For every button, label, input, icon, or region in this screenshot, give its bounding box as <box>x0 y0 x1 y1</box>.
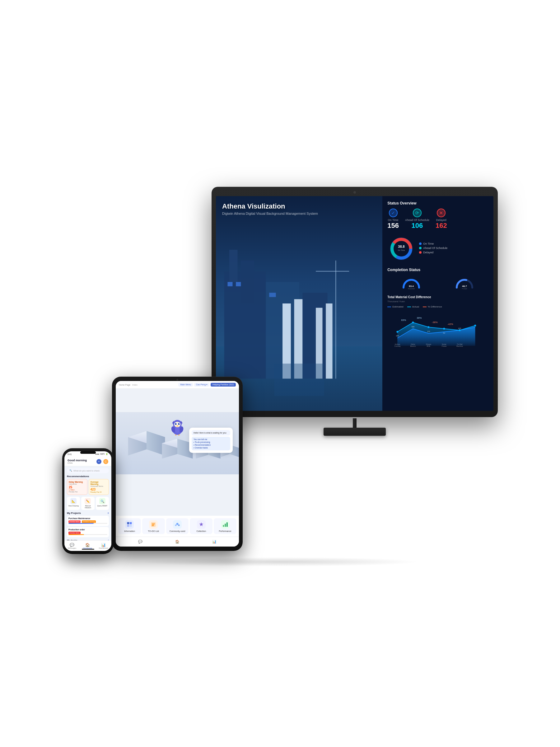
gauges-row: 83.4 Expected 46.7 Current <box>387 275 488 290</box>
phone-device: 9:41 ●●● WiFi 🔋 Good morning Chris <box>62 448 113 554</box>
status-ahead: ⟳ Ahead Of Schedule 106 <box>405 209 429 230</box>
svg-text:Electric: Electric <box>410 345 416 347</box>
grid-item-collection[interactable]: Collection <box>190 518 212 534</box>
action-query-msmt[interactable]: 🔍 Query MSMT <box>96 497 109 510</box>
project-tag-overdue: Overdue items <box>69 520 81 523</box>
user-avatar[interactable]: C <box>103 459 108 464</box>
phone-time: 9:41 <box>68 453 72 455</box>
performance-icon <box>221 520 230 529</box>
progress-bar-2 <box>69 534 107 535</box>
grid-item-commonly-used[interactable]: Commonly used <box>166 518 189 534</box>
svg-text:83.4: 83.4 <box>409 285 414 288</box>
svg-text:38.8: 38.8 <box>398 244 404 248</box>
svg-point-33 <box>428 326 430 328</box>
chat-response-1: You can tell me• To-do processing• Recom… <box>192 437 230 450</box>
action-manual-initiation[interactable]: ✏️ Manual Initiation <box>81 497 94 510</box>
commonly-used-label: Commonly used <box>167 530 188 532</box>
svg-point-91 <box>177 523 179 525</box>
main-menu-tab[interactable]: Main Menu <box>178 383 193 387</box>
svg-point-72 <box>178 423 180 425</box>
cost-area-chart: 63% 39% -36% -42% Junhao <box>387 310 488 347</box>
status-overview-section: Status Overview ✓ On Time 156 ⟳ Ahead Of… <box>387 201 488 230</box>
svg-point-93 <box>178 524 180 526</box>
manual-initiation-icon: ✏️ <box>85 498 91 504</box>
project-name-2: Production order <box>69 529 107 531</box>
svg-point-36 <box>475 325 476 327</box>
messages-nav-label: Messages <box>68 547 76 549</box>
home-page-sub: Index <box>132 384 137 386</box>
gauge-current: 46.7 Current <box>441 275 488 290</box>
delay-warning-card: Delay Warning Industries 25 1,795.5 Pena… <box>67 479 87 495</box>
gauge-expected: 83.4 Expected <box>387 275 435 290</box>
svg-point-73 <box>176 423 177 424</box>
progress-fill-1 <box>69 523 94 524</box>
on-time-label: On Time <box>387 218 399 222</box>
phone-nav-dashboard[interactable]: 📊 Dashboard <box>99 543 108 549</box>
svg-text:340: 340 <box>396 335 399 337</box>
monitor-base <box>324 428 386 436</box>
svg-rect-88 <box>152 523 155 524</box>
svg-text:Expected: Expected <box>408 288 415 289</box>
svg-text:-42%: -42% <box>447 323 453 326</box>
phone-search[interactable]: 🔍 What do you want to check <box>67 468 109 473</box>
monitor-neck <box>353 418 356 428</box>
action-icons-row: 📐 View Drawing ✏️ Manual Initiation 🔍 Qu… <box>64 497 111 510</box>
svg-text:580: 580 <box>411 326 415 328</box>
manual-initiation-label: Manual Initiation <box>82 505 94 509</box>
action-view-drawing[interactable]: 📐 View Drawing <box>67 497 80 510</box>
helping-partition-tab[interactable]: Helping Partition 2021 <box>211 383 236 387</box>
delayed-label: Delayed <box>435 218 447 222</box>
owl-mascot-container <box>169 418 185 437</box>
svg-rect-14 <box>236 282 241 286</box>
svg-text:46.7: 46.7 <box>462 285 467 288</box>
svg-text:On Time: On Time <box>398 249 405 251</box>
tablet-header-tabs: Main Menu Cao Peng ▾ Helping Partition 2… <box>178 383 236 387</box>
phone-add-button[interactable]: + <box>97 459 101 464</box>
svg-rect-3 <box>229 250 238 282</box>
delayed-value: 162 <box>435 222 447 230</box>
legend-difference: % Difference <box>423 305 442 308</box>
cost-chart-title: Total Material Cost Difference <box>387 295 488 299</box>
svg-text:Corning: Corning <box>395 345 400 347</box>
monitor-subtitle: Digiwin Athena Digital Visual Background… <box>222 212 318 215</box>
homepage-nav-icon: 🏠 <box>83 543 92 547</box>
svg-text:Machine: Machine <box>456 345 463 347</box>
svg-rect-15 <box>269 293 276 297</box>
legend-estimated: Estimated <box>387 305 403 308</box>
view-drawing-label: View Drawing <box>68 505 79 507</box>
phone-nav-homepage[interactable]: 🏠 Homepage <box>83 543 92 549</box>
monitor-title: Athena Visulization <box>222 202 318 210</box>
phone-nav-messages[interactable]: 💬 Messages <box>68 543 76 549</box>
cao-peng-tab[interactable]: Cao Peng ▾ <box>194 383 209 387</box>
project-tag-overdue2: Overdue items <box>69 532 81 534</box>
status-overview-title: Status Overview <box>387 201 488 205</box>
svg-text:Current: Current <box>462 288 467 289</box>
tablet-nav-messages[interactable]: 💬 <box>137 539 143 545</box>
monitor-screen: Athena Visulization Digiwin Athena Digit… <box>216 196 494 411</box>
overage-warning-title: Overage Warning <box>90 481 107 485</box>
query-msmt-icon: 🔍 <box>99 498 105 504</box>
tablet-screen: Home Page Index Main Menu Cao Peng ▾ Hel… <box>116 381 239 546</box>
svg-rect-13 <box>228 282 232 286</box>
tablet-nav-home[interactable]: 🏠 <box>175 539 180 545</box>
svg-text:39%: 39% <box>417 316 422 319</box>
grid-item-information[interactable]: Information <box>118 518 141 534</box>
phone-notch <box>80 451 96 454</box>
svg-point-34 <box>443 328 445 330</box>
project-tag-overtime: Overtime warning <box>82 520 96 523</box>
performance-label: Performance <box>215 530 235 532</box>
project-name-1: Purchase Maintenance <box>69 517 107 519</box>
owl-mascot-svg <box>169 418 185 435</box>
project-tags-1: Overdue items Overtime warning <box>69 520 107 523</box>
tablet-nav-dashboard[interactable]: 📊 <box>212 539 217 545</box>
overage-warning-card: Overage Warning Unissued Items 423 Penal… <box>89 479 109 495</box>
grid-item-todo[interactable]: TO-DO List <box>142 518 165 534</box>
grid-item-performance[interactable]: Performance <box>214 518 236 534</box>
project-production-order: Production order Overdue items <box>67 527 109 537</box>
svg-point-92 <box>175 524 177 526</box>
svg-point-82 <box>175 427 180 433</box>
dashboard-nav-icon: 📊 <box>99 543 108 547</box>
information-label: Information <box>119 530 140 532</box>
progress-bar-1 <box>69 523 107 524</box>
svg-text:63%: 63% <box>401 319 406 321</box>
